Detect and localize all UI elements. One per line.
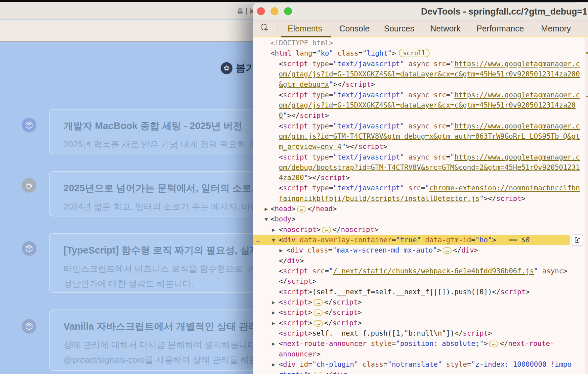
dom-tree-row[interactable]: <script type="text/javascript" async src… [253,121,585,131]
expand-ellipsis-badge[interactable]: … [442,247,452,254]
code-token [404,122,408,130]
code-token: "text/javascript" [333,184,404,192]
code-token: < [279,153,283,161]
post-description-line: @preact/signals-core를 사용하여 상태 관리를 해봅니 [63,352,273,367]
dom-tree-row[interactable]: <script>self.__next_f.push([1,"b:null\n"… [253,328,585,339]
dom-tree-row[interactable]: <html lang="ko" class="light">scroll [253,48,585,59]
dom-tree-row[interactable]: om/gtag/js?id=G-15DXXGKZ4S&l=dataLayer&c… [253,100,585,111]
code-token: data-gtm-id [425,236,471,244]
expand-ellipsis-badge[interactable]: … [314,320,323,327]
disclosure-triangle[interactable]: ▶ [272,297,275,307]
tab-console[interactable]: Console [339,24,370,33]
code-token: > [308,371,313,374]
disclosure-triangle[interactable]: ▶ [279,245,283,256]
dom-tree-row[interactable]: ▶<div id="ch-plugin" class="notranslate"… [253,359,585,370]
code-token: type [312,91,329,99]
dom-tree-row[interactable]: <script src="/_next/static/chunks/webpac… [253,266,585,276]
dom-tree-row[interactable]: &gtm_debug=x"></script> [253,79,585,90]
dom-tree-row[interactable]: <script>(self.__next_f=self.__next_f||[]… [253,287,585,297]
dom-tree-row[interactable]: faingniikblfbji/build/scripts/installDet… [253,194,585,204]
dom-tree-row[interactable]: <script type="text/javascript" async src… [253,90,585,100]
dom-node-text: rtant;">…</div> [279,370,349,374]
scrollbar-track[interactable] [585,37,588,374]
code-token: < [279,91,283,99]
timeline-line [29,105,29,374]
dom-tree-row[interactable]: <!DOCTYPE html> [253,38,585,48]
dom-tree-row[interactable]: ▶<noscript>…</noscript> [253,225,585,235]
code-token: </ [324,319,332,327]
dom-tree-row[interactable]: ▶<script>…</script> [253,307,585,318]
disclosure-triangle[interactable]: ▶ [272,318,275,328]
code-token: rtant;" [279,371,308,374]
dom-tree-row[interactable]: ▼<body> [253,214,585,224]
zoom-button[interactable] [284,7,292,15]
code-token [442,360,446,368]
dom-tree-row[interactable]: om/gtm.js?id=GTM-T4CTRV8V&gtm_debug=x&gt… [253,131,585,142]
dom-tree-row[interactable]: ▶<next-route-announcer style="position: … [253,339,585,349]
disclosure-triangle[interactable]: ▶ [272,339,275,349]
dom-tree-row[interactable]: om/debug/bootstrap?id=GTM-T4CTRV8V&src=G… [253,163,585,173]
expand-ellipsis-badge[interactable]: … [489,341,498,347]
row-options-dots[interactable]: … [256,235,261,245]
tab-network[interactable]: Network [430,24,461,33]
expand-ellipsis-badge[interactable]: … [314,309,323,316]
dom-tree-row[interactable]: announcer> [253,349,585,359]
post-card[interactable]: 개발자 MacBook 종합 세팅 - 2025년 버전2025년 맥북을 새로… [49,109,274,154]
dom-tree-row[interactable]: ▶<script>…</script> [253,297,585,307]
expand-ellipsis-badge[interactable]: … [297,206,306,212]
disclosure-triangle[interactable]: ▶ [272,307,275,318]
tab-elements[interactable]: Elements [288,24,322,33]
dom-node-text: <script>(self.__next_f=self.__next_f||[]… [279,287,530,297]
dom-tree-row[interactable]: ▶<script>…</script> [253,318,585,328]
post-card[interactable]: [TypeScript] 함수형 로직 짜기의 필요성, 실제 적용, 그타입스… [49,233,274,293]
tab-performance[interactable]: Performance [477,24,524,33]
dom-tree-row[interactable]: om/gtag/js?id=G-15DXXGKZ4S&l=dataLayer&c… [253,69,585,79]
code-token: </ [492,288,500,296]
inspect-element-icon[interactable] [261,24,269,34]
ai-assistant-button[interactable] [572,234,583,246]
dom-tree-row[interactable]: m_preview=env-4"></script> [253,142,585,152]
expand-ellipsis-badge[interactable]: … [322,227,331,233]
dom-tree-row[interactable]: 0"></script> [253,111,585,121]
disclosure-triangle[interactable]: ▶ [272,225,275,235]
dom-node-text: <script>…</script> [279,307,362,318]
expand-ellipsis-badge[interactable]: … [314,372,323,374]
scroll-badge[interactable]: scroll [399,49,430,57]
code-token: src [434,91,446,99]
code-token: > [357,319,362,327]
code-token: "text/javascript" [333,122,404,130]
close-button[interactable] [257,7,265,15]
expand-ellipsis-badge[interactable]: … [314,299,323,306]
disclosure-triangle[interactable]: ▼ [272,235,275,245]
code-token: < [279,184,283,192]
post-description: 상태 관리에 대해서 다시금 분해하여 생각해봅니다. 프론@preact/si… [63,338,273,367]
disclosure-triangle[interactable]: ▶ [265,204,268,214]
devtools-titlebar[interactable]: DevTools - springfall.cc/?gtm_debug=1 [253,3,588,21]
minimize-button[interactable] [271,7,278,15]
dom-tree-row[interactable]: 4za200"></script> [253,173,585,183]
tab-sources[interactable]: Sources [384,24,414,33]
code-token: = [329,122,333,130]
dom-tree-row[interactable]: ▶<div class="max-w-screen-md mx-auto">…<… [253,245,585,256]
dom-tree-row[interactable]: </script> [253,276,585,287]
code-token: = [325,267,329,275]
code-token: = [392,236,396,244]
post-card[interactable]: 2025년으로 넘어가는 문턱에서, 일터의 소로.2024년 짧은 회고, 일… [49,171,274,216]
disclosure-triangle[interactable]: ▼ [265,214,268,224]
elements-dom-tree[interactable]: <!DOCTYPE html><html lang="ko" class="li… [253,37,585,374]
dom-tree-row[interactable]: <script type="text/javascript" async src… [253,152,585,163]
post-card[interactable]: Vanilla 자바스크립트에서 개별적인 상태 관리하기 (@p상태 관리에 … [49,309,274,371]
dom-tree-row[interactable]: <script type="text/javascript" async src… [253,59,585,69]
code-token: async [408,60,429,68]
tab-memory[interactable]: Memory [541,24,571,33]
dom-tree-row-selected[interactable]: …▼<div data-overlay-container="true" dat… [253,235,570,245]
dom-tree-row[interactable]: rtant;">…</div> [253,370,585,374]
disclosure-triangle[interactable]: ▶ [272,359,275,370]
code-token: " [329,80,333,88]
dom-tree-row[interactable]: ▶<head>…</head> [253,204,585,214]
dom-tree-row[interactable]: <script type="text/javascript" src="chro… [253,183,585,193]
post-title: 2025년으로 넘어가는 문턱에서, 일터의 소로. [63,182,273,195]
code-token [303,246,308,254]
code-token: = [358,49,363,57]
dom-tree-row[interactable]: </div> [253,256,585,266]
